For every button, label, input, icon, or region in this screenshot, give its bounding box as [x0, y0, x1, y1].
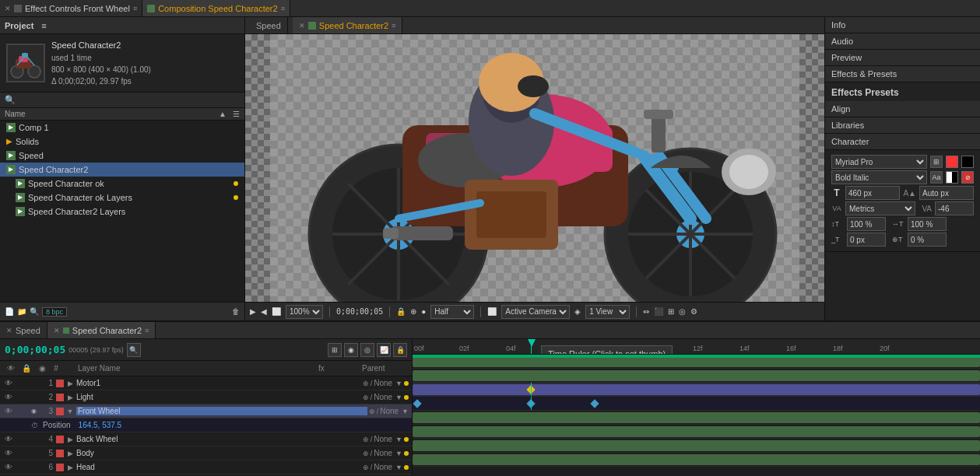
audio-panel-header[interactable]: Audio	[825, 33, 980, 50]
parent-arrow[interactable]: ▼	[395, 436, 402, 443]
file-item-speed-char-ok[interactable]: ▶ Speed Character ok	[0, 177, 244, 191]
table-row[interactable]: 👁 5 ▶ Body ⊕ / None ▼	[0, 446, 412, 460]
baseline-input[interactable]	[847, 233, 886, 247]
new-item-icon[interactable]: 📄	[5, 307, 14, 316]
keyframe-pos-end[interactable]	[590, 399, 599, 408]
character-panel-header[interactable]: Character	[825, 134, 980, 150]
canvas-area[interactable]	[245, 34, 824, 302]
layer-solo-toggle[interactable]: ◉	[28, 408, 39, 415]
tl-new-comp-icon[interactable]: ⊞	[328, 343, 342, 357]
table-row[interactable]: ⏱ Position 164.5, 537.5	[0, 418, 412, 432]
canvas-toolbar-icon2[interactable]: ◀	[261, 307, 267, 316]
layer-visibility-toggle[interactable]: 👁	[3, 435, 14, 443]
align-panel-header[interactable]: Align	[825, 101, 980, 117]
expand-arrow[interactable]: ▶	[65, 464, 75, 471]
table-row[interactable]: 👁 4 ▶ Back Wheel ⊕ / None ▼	[0, 432, 412, 446]
canvas-icon2[interactable]: ⊕	[410, 307, 416, 316]
layer-visibility-toggle[interactable]: 👁	[3, 407, 14, 415]
canvas-icon1[interactable]: 🔒	[396, 307, 406, 316]
parent-arrow[interactable]: ▼	[402, 408, 409, 415]
tl-tab-menu[interactable]: ≡	[145, 327, 149, 334]
tl-lock-icon[interactable]: 🔒	[393, 343, 407, 357]
leading-input[interactable]	[919, 186, 974, 200]
canvas-icon7[interactable]: ⬛	[654, 307, 663, 316]
table-row[interactable]: 👁 2 ▶ Light ⊕ / None ▼	[0, 390, 412, 404]
canvas-icon9[interactable]: ◎	[679, 307, 686, 316]
tl-motion-blur[interactable]: ◎	[360, 343, 374, 357]
style-select[interactable]: Bold Italic	[831, 170, 927, 184]
canvas-icon4[interactable]: ⬜	[487, 307, 497, 316]
keyframe-pos-start[interactable]	[413, 399, 421, 408]
stroke-color-swatch[interactable]	[961, 156, 974, 168]
vertical-scale-input[interactable]	[847, 217, 886, 231]
canvas-icon5[interactable]: ◈	[574, 307, 581, 316]
new-folder-icon[interactable]: 📁	[17, 307, 26, 316]
kerning-select[interactable]: Metrics Optical	[845, 201, 915, 215]
tl-graph-editor[interactable]: 📈	[377, 343, 391, 357]
canvas-toolbar-icon1[interactable]: ▶	[250, 307, 256, 316]
zoom-select[interactable]: 100% 50% 200%	[286, 305, 323, 319]
fill-stroke-toggle[interactable]	[946, 171, 958, 184]
canvas-toolbar-icon3[interactable]: ⬜	[272, 307, 281, 316]
table-row[interactable]: 👁 6 ▶ Head ⊕ / None ▼	[0, 460, 412, 474]
views-select[interactable]: 1 View 2 Views	[585, 305, 630, 319]
filter-icon[interactable]: ☰	[233, 110, 240, 118]
parent-arrow[interactable]: ▼	[395, 450, 402, 457]
preview-panel-header[interactable]: Preview	[825, 50, 980, 66]
comp-tab-speed-char2[interactable]: ✕ Speed Character2 ≡	[293, 17, 403, 33]
layer-visibility-toggle[interactable]: 👁	[3, 463, 14, 471]
delete-icon[interactable]: 🗑	[232, 307, 240, 316]
expand-arrow[interactable]: ▼	[65, 408, 75, 415]
timeline-ruler[interactable]: 00f 02f 04f 06f 08f 10f 12f 14f 16f 18f …	[413, 339, 980, 355]
comp-tab-menu[interactable]: ≡	[392, 22, 395, 30]
canvas-icon3[interactable]: ●	[421, 307, 426, 316]
tracking-input[interactable]	[935, 201, 974, 215]
tl-tab-speed-char2[interactable]: ✕ Speed Character2 ≡	[47, 322, 156, 338]
file-item-comp1[interactable]: ▶ Comp 1	[0, 121, 244, 135]
font-size-input[interactable]	[845, 186, 900, 200]
expand-arrow[interactable]: ▶	[65, 450, 75, 457]
expand-arrow[interactable]: ▶	[65, 394, 75, 401]
parent-arrow[interactable]: ▼	[395, 394, 402, 401]
layer-visibility-toggle[interactable]: 👁	[3, 379, 14, 387]
close-tl-icon2[interactable]: ✕	[54, 327, 60, 334]
stopwatch-icon[interactable]: ⏱	[31, 422, 38, 429]
canvas-icon6[interactable]: ⇔	[643, 307, 649, 316]
table-row[interactable]: 👁 1 ▶ Motor1 ⊕ / None ▼	[0, 376, 412, 390]
font-select[interactable]: Myriad Pro	[831, 155, 927, 169]
layer-visibility-toggle[interactable]: 👁	[3, 393, 14, 401]
tsb-input[interactable]	[908, 233, 947, 247]
tl-search-icon[interactable]: 🔍	[127, 343, 141, 357]
color-stop-icon[interactable]: ⊘	[961, 171, 974, 184]
file-item-speed-char2[interactable]: ▶ Speed Character2	[0, 163, 244, 177]
panel-menu[interactable]: ≡	[133, 5, 137, 12]
parent-arrow[interactable]: ▼	[395, 380, 402, 387]
info-panel-header[interactable]: Info	[825, 17, 980, 33]
font-picker-icon[interactable]: ⊞	[930, 156, 943, 168]
composition-tab[interactable]: Composition Speed Character2 ≡	[142, 0, 290, 16]
table-row[interactable]: 👁 ◉ 3 ▼ Front Wheel ⊕ / None ▼	[0, 404, 412, 418]
libraries-panel-header[interactable]: Libraries	[825, 117, 980, 134]
parent-arrow[interactable]: ▼	[395, 464, 402, 471]
expand-arrow[interactable]: ▶	[65, 436, 75, 443]
canvas-icon10[interactable]: ⚙	[690, 307, 697, 316]
comp-tab-speed[interactable]: Speed	[250, 17, 288, 33]
file-item-speed[interactable]: ▶ Speed	[0, 149, 244, 163]
view-select[interactable]: Active Camera	[501, 305, 570, 319]
close-tl-icon[interactable]: ✕	[6, 327, 12, 334]
fill-color-swatch[interactable]	[946, 156, 958, 168]
file-item-speed-char-ok-layers[interactable]: ▶ Speed Character ok Layers	[0, 191, 244, 205]
style-icon[interactable]: Aa	[930, 171, 943, 184]
horizontal-scale-input[interactable]	[908, 217, 947, 231]
search-replace-icon[interactable]: 🔍	[30, 307, 39, 316]
file-item-solids[interactable]: ▶ Solids	[0, 135, 244, 149]
effect-controls-tab[interactable]: ✕ Effect Controls Front Wheel ≡	[0, 0, 142, 16]
tl-solo-mode[interactable]: ◉	[344, 343, 358, 357]
close-tab-icon[interactable]: ✕	[299, 22, 305, 30]
project-menu-icon[interactable]: ≡	[41, 21, 46, 30]
effects-panel-header[interactable]: Effects & Presets	[825, 66, 980, 82]
panel-menu-comp[interactable]: ≡	[281, 5, 285, 12]
layer-visibility-toggle[interactable]: 👁	[3, 449, 14, 457]
search-input[interactable]	[19, 95, 240, 104]
tl-tab-speed[interactable]: ✕ Speed	[0, 322, 47, 338]
